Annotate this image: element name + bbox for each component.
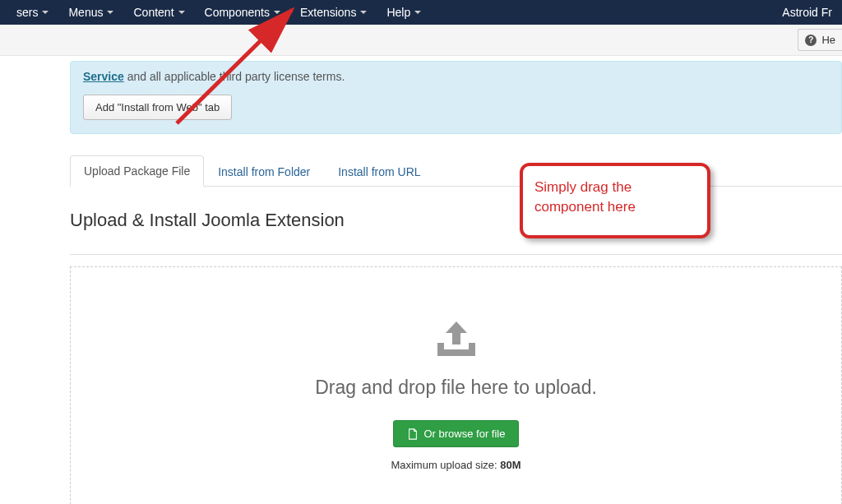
callout-text: Simply drag the component here — [534, 179, 636, 215]
svg-rect-0 — [437, 349, 475, 356]
nav-item-content[interactable]: Content — [123, 6, 194, 19]
tab-upload-package[interactable]: Upload Package File — [70, 155, 204, 187]
heading-row: Upload & Install Joomla Extension — [70, 187, 842, 255]
nav-label: Help — [386, 6, 410, 19]
browse-button[interactable]: Or browse for file — [393, 420, 520, 447]
nav-label: Extensions — [300, 6, 356, 19]
install-tabs: Upload Package File Install from Folder … — [70, 155, 842, 187]
tab-install-folder[interactable]: Install from Folder — [204, 156, 324, 187]
chevron-down-icon — [414, 11, 421, 14]
max-value: 80M — [500, 459, 520, 471]
max-label: Maximum upload size: — [391, 459, 500, 471]
browse-label: Or browse for file — [424, 428, 506, 440]
nav-item-users[interactable]: sers — [7, 6, 58, 19]
nav-item-menus[interactable]: Menus — [58, 6, 123, 19]
terms-link[interactable]: Service — [83, 70, 124, 83]
chevron-down-icon — [42, 11, 49, 14]
annotation-callout: Simply drag the component here — [520, 163, 710, 238]
nav-item-help[interactable]: Help — [377, 6, 431, 19]
help-label: He — [821, 34, 835, 46]
nav-label: Content — [133, 6, 173, 19]
nav-item-components[interactable]: Components — [195, 6, 290, 19]
top-navbar: sers Menus Content Components Extensions… — [0, 0, 842, 25]
help-icon: ? — [805, 35, 817, 46]
max-upload-size: Maximum upload size: 80M — [87, 459, 825, 471]
drop-instruction: Drag and drop file here to upload. — [87, 377, 825, 399]
add-install-from-web-button[interactable]: Add "Install from Web" tab — [83, 95, 232, 120]
nav-label: Menus — [68, 6, 103, 19]
file-icon — [407, 428, 419, 440]
upload-dropzone[interactable]: Drag and drop file here to upload. Or br… — [70, 266, 842, 504]
nav-template-name: Astroid Fr — [782, 6, 835, 19]
nav-label: sers — [16, 6, 38, 19]
nav-label: Components — [205, 6, 270, 19]
alert-terms-text: and all applicable third party license t… — [124, 70, 345, 83]
page-title: Upload & Install Joomla Extension — [70, 210, 345, 231]
chevron-down-icon — [274, 11, 280, 14]
svg-rect-2 — [469, 343, 475, 349]
alert-text-line: Service and all applicable third party l… — [83, 70, 829, 83]
chevron-down-icon — [360, 11, 367, 14]
chevron-down-icon — [107, 11, 113, 14]
tab-install-url[interactable]: Install from URL — [324, 156, 434, 187]
nav-item-extensions[interactable]: Extensions — [290, 6, 377, 19]
svg-rect-1 — [437, 343, 444, 349]
help-button[interactable]: ? He — [798, 29, 842, 51]
install-from-web-alert: Service and all applicable third party l… — [70, 61, 842, 134]
chevron-down-icon — [178, 11, 185, 14]
toolbar-row: ? He — [0, 25, 842, 56]
nav-right: Astroid Fr — [782, 6, 835, 19]
nav-left: sers Menus Content Components Extensions… — [7, 6, 431, 19]
upload-icon — [434, 321, 479, 358]
